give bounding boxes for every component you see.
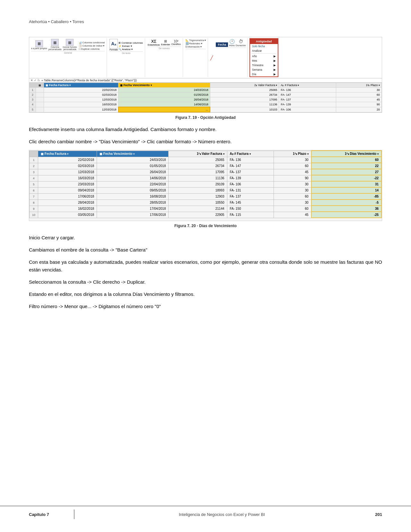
antiguedad-panel: Antigüedad Solo fecha Analizar Año ▶ Mes…: [249, 38, 278, 77]
table-row: 5 12/03/2018 ... 10103 FA- 106 20: [30, 107, 382, 112]
col2-header-dias-vencimiento: 1²₃ Días Vencimiento ▾: [311, 151, 381, 157]
table-row: 3 12/03/2018 26/04/2018 17095 FA- 137 45: [30, 97, 382, 102]
col-header-plazo: 1²₃ Plazo ▾: [336, 83, 381, 88]
footer-title: Inteligencia de Negocios con Excel y Pow…: [81, 512, 363, 517]
ribbon-btn-combinar[interactable]: ⊞ Combinar columnas: [118, 41, 143, 44]
ribbon-btn-extraer[interactable]: ⚡ Extraer ▾: [118, 45, 143, 48]
footer-chapter: Capítulo 7: [29, 512, 67, 517]
table-row: 8 28/04/2018 28/05/2018 10550 FA- 145 30…: [30, 200, 382, 206]
formula-bar: ✕ ✓ fx = Table.RenameColumns(#"Resta de …: [29, 78, 382, 83]
antiguedad-item-trimestre[interactable]: Trimestre ▶: [250, 63, 278, 67]
ribbon-btn-columna-personalizada[interactable]: Columnapersonalizada: [48, 46, 61, 50]
figure2-screenshot: ▦ Fecha Factura ▾ ▦ Fecha Vencimiento ▾ …: [29, 150, 382, 221]
author-line: Atehortúa • Caballero • Torres: [29, 19, 382, 24]
ribbon-btn-columna-indice[interactable]: 📋 Columna de índice ▾: [79, 44, 105, 47]
body-text-8: Filtro número -> Menor que... -> Digitam…: [29, 303, 382, 310]
col2-header-num-factura: Aᵦ # Factura ▾: [227, 151, 274, 157]
ribbon-btn-columna-condicional[interactable]: 📊 Columna condicional: [79, 41, 105, 44]
body-text-4: Cambiamos el nombre de la consulta -> "B…: [29, 246, 382, 254]
ribbon-btn-duplicar-columna[interactable]: □ Duplicar columna: [79, 48, 105, 50]
col-header-num-factura: Aᵦ # Factura ▾: [279, 83, 336, 88]
ribbon-btn-formato[interactable]: Formato: [109, 49, 118, 51]
ribbon-btn-informacion[interactable]: ℹ Información ▾: [186, 45, 206, 48]
ribbon-btn-estandar[interactable]: ⊞ Estándar: [161, 39, 170, 46]
body-text-1: Efectivamente inserto una columna llamad…: [29, 126, 382, 133]
col2-header-plazo: 1²₃ Plazo ▾: [274, 151, 311, 157]
page-footer: Capítulo 7 Inteligencia de Negocios con …: [0, 506, 411, 519]
table-row: 3 12/03/2018 26/04/2018 17095 FA- 137 45…: [30, 169, 382, 175]
antiguedad-item-mes[interactable]: Mes ▶: [250, 58, 278, 63]
col-header-fecha-factura: ▦ Fecha Factura ▾: [44, 83, 118, 88]
table-row: 4 16/03/2018 14/06/2018 11136 FA- 139 90…: [30, 175, 382, 181]
ribbon-btn-trigonometria[interactable]: 📐 Trigonometría ▾: [186, 39, 206, 42]
table-row: 6 09/04/2018 09/05/2018 18993 FA- 131 30…: [30, 187, 382, 193]
body-text-6: Seleccionamos la consulta -> Clic derech…: [29, 278, 382, 286]
fecha-button[interactable]: Fecha: [216, 42, 228, 47]
antiguedad-item-solo-fecha[interactable]: Solo fecha: [250, 44, 278, 49]
antiguedad-item-dia[interactable]: Día ▶: [250, 72, 278, 76]
table-row: 9 16/02/2018 17/04/2018 21144 FA- 150 60…: [30, 206, 382, 212]
table1: ▦ ▦ Fecha Factura ▾ ▦ Fecha Vencimiento …: [29, 83, 382, 112]
ribbon-btn-cientifico[interactable]: 10² Científico: [171, 40, 181, 45]
footer-divider: [74, 510, 74, 519]
table-row: 7 17/06/2018 16/08/2018 12903 FA- 137 60…: [30, 193, 382, 200]
col2-header-fecha-vencimiento: ▦ Fecha Vencimiento ▾: [97, 151, 169, 157]
table-row: 10 03/05/2018 17/06/2018 22905 FA- 115 4…: [30, 212, 382, 218]
table-row: 1 22/02/2018 24/03/2018 25065 FA- 136 30: [30, 88, 382, 93]
antiguedad-item-analizar[interactable]: Analizar: [250, 49, 278, 53]
ribbon-btn-ejemplos[interactable]: a a partir jemplos: [31, 47, 47, 49]
body-text-5: Con esta base ya calculada y automatizad…: [29, 258, 382, 274]
table-row: 1 22/02/2018 24/03/2018 25065 FA- 136 30…: [30, 157, 382, 163]
antiguedad-item-ano[interactable]: Año ▶: [250, 54, 278, 58]
body-text-7: Estando en el editor, nos dirigimos a la…: [29, 290, 382, 298]
ribbon-btn-analizar[interactable]: 🔍 Analizar ▾: [118, 48, 143, 51]
hora-button[interactable]: 🕐 Hora: [229, 39, 234, 47]
table-row: 5 23/03/2018 22/04/2018 29109 FA- 106 30…: [30, 181, 382, 187]
table-row: 2 02/03/2018 01/05/2018 26734 FA- 147 60…: [30, 163, 382, 169]
col2-header-valor-factura: 1²₃ Valor Factura ▾: [169, 151, 227, 157]
footer-page: 201: [363, 512, 382, 517]
formula-text: = Table.RenameColumns(#"Resta de fecha i…: [41, 79, 380, 82]
ribbon-btn-invocar-funcion[interactable]: Invocar funciónpersonalizada: [63, 46, 77, 50]
table-row: 2 02/03/2018 01/05/2018 26734 FA- 147 60: [30, 93, 382, 97]
body-text-2: Clic derecho cambiar nombre -> "Días Ven…: [29, 138, 382, 146]
ribbon-btn-redondeo[interactable]: 🔢 Redondeo ▾: [186, 42, 206, 45]
body-text-3: Inicio Cerrar y cargar.: [29, 234, 382, 242]
col-header-fecha-vencimiento: ▦ Fecha Vencimiento ▾: [118, 83, 210, 88]
antiguedad-header: Antigüedad: [250, 39, 278, 44]
figure1-caption: Figura 7. 19 - Opción Antigüedad: [29, 115, 382, 120]
figure1-screenshot: ▦ a a partir jemplos ▦ Columnapersonaliz…: [29, 37, 382, 113]
figure2-caption: Figura 7. 20 - Días de Vencimiento: [29, 224, 382, 228]
ribbon-btn-xsigma[interactable]: XΣ Estadísticas: [148, 39, 160, 46]
duracion-button[interactable]: ⏱ Duración: [236, 39, 246, 47]
antiguedad-item-semana[interactable]: Semana ▶: [250, 67, 278, 72]
table-row: 4 16/03/2018 14/06/2018 11136 FA- 139 90: [30, 102, 382, 107]
col-header-valor-factura: 2₃ Valor Factura ▾: [210, 83, 279, 88]
col2-header-fecha-factura: ▦ Fecha Factura ▾: [38, 151, 97, 157]
